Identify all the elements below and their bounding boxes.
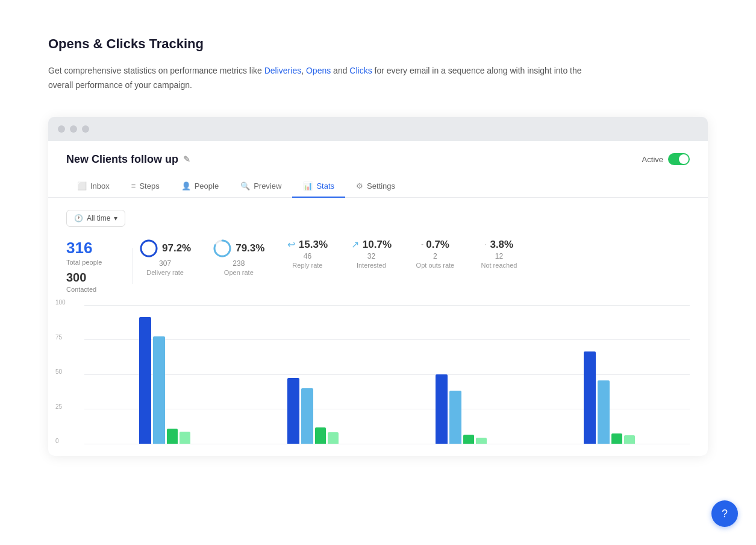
total-people-label: Total people: [66, 259, 127, 266]
bar-3-lightgreen: [476, 438, 487, 444]
tab-stats[interactable]: 📊 Stats: [292, 175, 345, 198]
open-circle-icon: [213, 239, 232, 258]
bar-1-green: [167, 429, 178, 444]
tab-preview-label: Preview: [254, 181, 281, 191]
optout-label: Opt outs rate: [416, 262, 455, 269]
stat-reply-icon-row: ↩ 15.3%: [287, 239, 328, 251]
bar-3-green: [463, 435, 474, 444]
browser-window: New Clients follow up ✎ Active ⬜ Inbox ≡…: [48, 117, 708, 456]
stat-open: 79.3% 238 Open rate: [213, 239, 264, 276]
bar-4-lightblue: [598, 380, 610, 444]
bar-4-blue: [584, 351, 596, 444]
bar-group-2: [239, 378, 387, 444]
delivery-rate-pct: 97.2%: [162, 242, 191, 254]
settings-icon: ⚙: [356, 181, 363, 191]
open-rate-num: 238: [233, 259, 245, 268]
stat-interested-icon-row: ↗ 10.7%: [351, 239, 392, 251]
notreached-num: 12: [495, 252, 503, 260]
delivery-rate-label: Delivery rate: [146, 269, 184, 276]
app-header: New Clients follow up ✎ Active: [48, 141, 708, 166]
tab-people-label: People: [195, 181, 219, 191]
tab-settings-label: Settings: [367, 181, 395, 191]
bar-3-lightblue: [449, 391, 461, 444]
stat-items: 97.2% 307 Delivery rate 79.3% 238: [139, 239, 690, 276]
stats-divider: [133, 248, 133, 284]
page-title: Opens & Clicks Tracking: [48, 36, 708, 52]
stat-group-totals: 316 Total people 300 Contacted: [66, 239, 127, 293]
browser-bar: [48, 117, 708, 141]
reply-rate-num: 46: [304, 252, 311, 260]
page-description: Get comprehensive statistics on performa…: [48, 64, 590, 93]
chart-container: 100 75 50 25 0: [48, 305, 708, 444]
bar-1-lightgreen: [180, 432, 190, 444]
tab-inbox[interactable]: ⬜ Inbox: [66, 175, 120, 198]
open-rate-pct: 79.3%: [236, 242, 264, 254]
active-badge: Active: [642, 153, 690, 165]
time-filter-button[interactable]: 🕐 All time ▾: [66, 210, 125, 227]
campaign-name: New Clients follow up: [66, 153, 178, 166]
tab-inbox-label: Inbox: [90, 181, 110, 191]
optout-icon: ···: [421, 241, 422, 248]
bar-4-green: [611, 433, 622, 444]
bar-4-lightgreen: [624, 435, 635, 444]
clock-icon: 🕐: [74, 214, 83, 222]
bar-2-lightgreen: [328, 432, 339, 444]
tab-stats-label: Stats: [316, 181, 334, 191]
people-icon: 👤: [181, 181, 191, 191]
tab-people[interactable]: 👤 People: [170, 175, 230, 198]
browser-dot-red: [58, 125, 65, 133]
bars-wrapper: [84, 305, 690, 444]
open-rate-label: Open rate: [224, 269, 254, 276]
tab-preview[interactable]: 🔍 Preview: [230, 175, 292, 198]
reply-rate-pct: 15.3%: [299, 239, 328, 251]
campaign-title-row: New Clients follow up ✎: [66, 153, 190, 166]
edit-icon[interactable]: ✎: [183, 154, 190, 164]
notreached-icon: ·: [485, 241, 487, 248]
delivery-rate-num: 307: [159, 259, 171, 268]
stat-delivery-icon-row: 97.2%: [139, 239, 191, 258]
opens-link[interactable]: Opens: [306, 66, 331, 75]
bar-2-blue: [287, 378, 299, 444]
interested-num: 32: [367, 252, 375, 260]
browser-dot-green: [82, 125, 89, 133]
interested-pct: 10.7%: [363, 239, 392, 251]
clicks-link[interactable]: Clicks: [349, 66, 372, 75]
gridline-label-0: 0: [55, 438, 59, 444]
bar-1-lightblue: [153, 336, 165, 444]
chevron-down-icon: ▾: [114, 214, 117, 222]
stat-notreached: · 3.8% 12 Not reached: [478, 239, 520, 269]
tab-steps[interactable]: ≡ Steps: [120, 175, 170, 198]
bar-2-lightblue: [301, 388, 313, 444]
browser-dot-yellow: [70, 125, 77, 133]
interested-label: Interested: [357, 262, 386, 269]
inbox-icon: ⬜: [77, 181, 87, 191]
stat-interested: ↗ 10.7% 32 Interested: [350, 239, 392, 269]
deliveries-link[interactable]: Deliveries: [264, 66, 301, 75]
total-people-value: 316: [66, 239, 127, 257]
reply-rate-label: Reply rate: [292, 262, 322, 269]
steps-icon: ≡: [131, 181, 136, 191]
bar-3-blue: [436, 374, 448, 444]
bar-group-3: [387, 374, 536, 444]
bar-group-1: [90, 317, 239, 444]
stat-optout: ··· 0.7% 2 Opt outs rate: [414, 239, 456, 269]
nav-tabs: ⬜ Inbox ≡ Steps 👤 People 🔍 Preview 📊 Sta…: [48, 175, 708, 198]
stat-optout-icon-row: ··· 0.7%: [421, 239, 449, 251]
notreached-pct: 3.8%: [490, 239, 513, 251]
app-content: New Clients follow up ✎ Active ⬜ Inbox ≡…: [48, 141, 708, 456]
gridline-label-50: 50: [55, 368, 62, 375]
active-label: Active: [642, 155, 663, 164]
toggle-switch[interactable]: [668, 153, 690, 165]
preview-icon: 🔍: [240, 181, 250, 191]
stat-reply: ↩ 15.3% 46 Reply rate: [286, 239, 328, 269]
time-filter-label: All time: [87, 214, 110, 222]
svg-point-1: [141, 241, 157, 256]
gridline-label-25: 25: [55, 403, 62, 409]
bar-group-4: [536, 351, 684, 444]
stat-notreached-icon-row: · 3.8%: [485, 239, 514, 251]
stats-controls: 🕐 All time ▾: [48, 198, 708, 233]
chart-area: 100 75 50 25 0: [48, 305, 708, 456]
tab-settings[interactable]: ⚙ Settings: [345, 175, 406, 198]
stats-icon: 📊: [303, 181, 313, 191]
optout-num: 2: [433, 252, 437, 260]
